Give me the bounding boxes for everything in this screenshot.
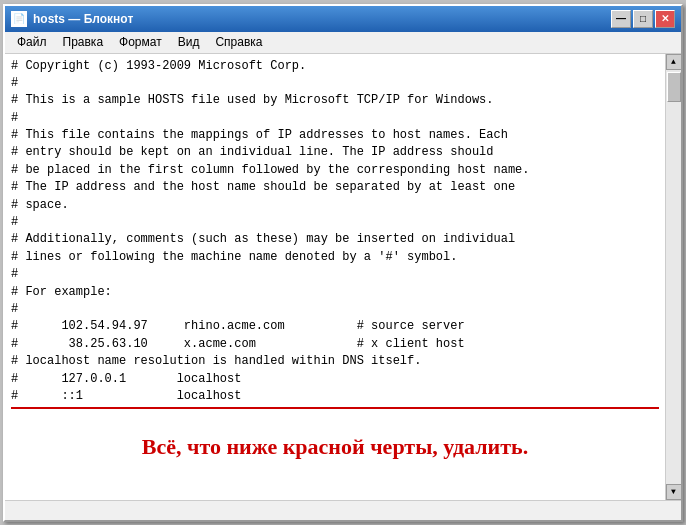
maximize-button[interactable]: □ <box>633 10 653 28</box>
scrollbar-thumb[interactable] <box>667 72 681 102</box>
title-bar-left: 📄 hosts — Блокнот <box>11 11 133 27</box>
scroll-down-button[interactable]: ▼ <box>666 484 682 500</box>
title-bar: 📄 hosts — Блокнот — □ ✕ <box>5 6 681 32</box>
menu-format[interactable]: Формат <box>111 33 170 51</box>
minimize-button[interactable]: — <box>611 10 631 28</box>
app-icon: 📄 <box>11 11 27 27</box>
menu-bar: Файл Правка Формат Вид Справка <box>5 32 681 54</box>
notepad-window: 📄 hosts — Блокнот — □ ✕ Файл Правка Форм… <box>3 4 683 522</box>
red-divider-line <box>11 407 659 409</box>
scrollbar[interactable]: ▲ ▼ <box>665 54 681 500</box>
menu-file[interactable]: Файл <box>9 33 55 51</box>
content-area: # Copyright (c) 1993-2009 Microsoft Corp… <box>5 54 681 500</box>
window-title: hosts — Блокнот <box>33 12 133 26</box>
status-bar <box>5 500 681 520</box>
close-button[interactable]: ✕ <box>655 10 675 28</box>
scrollbar-track[interactable] <box>666 70 681 484</box>
menu-help[interactable]: Справка <box>207 33 270 51</box>
text-editor[interactable]: # Copyright (c) 1993-2009 Microsoft Corp… <box>5 54 665 500</box>
scroll-up-button[interactable]: ▲ <box>666 54 682 70</box>
menu-view[interactable]: Вид <box>170 33 208 51</box>
menu-edit[interactable]: Правка <box>55 33 112 51</box>
instruction-text: Всё, что ниже красной черты, удалить. <box>11 411 659 473</box>
title-buttons: — □ ✕ <box>611 10 675 28</box>
